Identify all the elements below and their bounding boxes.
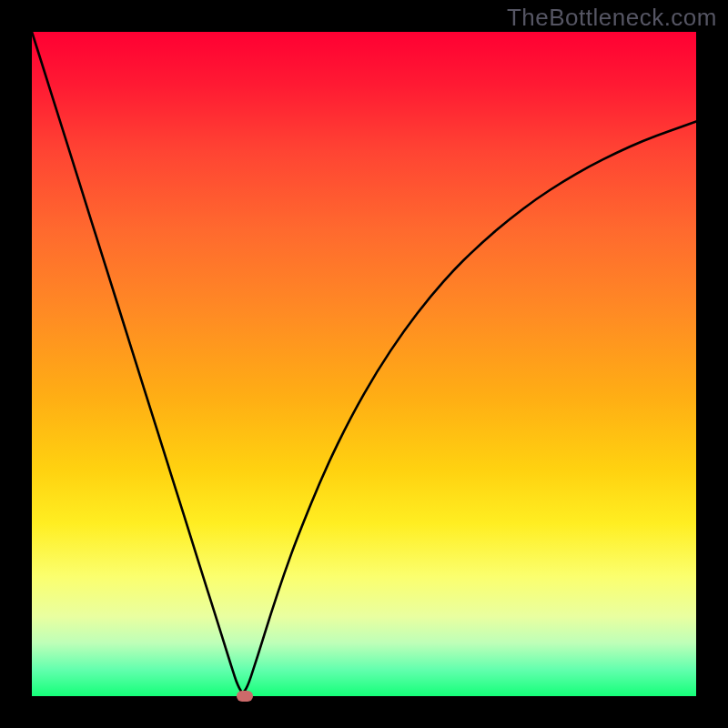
minimum-marker	[237, 691, 253, 702]
chart-frame: TheBottleneck.com	[0, 0, 728, 728]
watermark-text: TheBottleneck.com	[507, 4, 717, 32]
bottleneck-curve	[32, 32, 696, 696]
curve-path	[32, 32, 696, 693]
plot-area	[32, 32, 696, 696]
